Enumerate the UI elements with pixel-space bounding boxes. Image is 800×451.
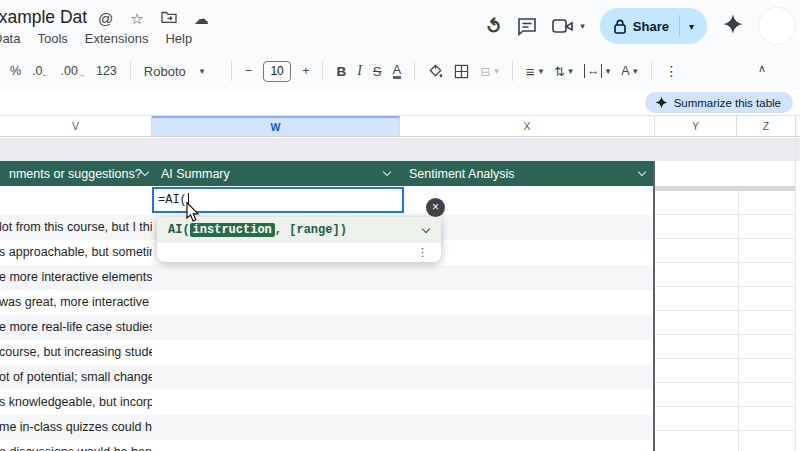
- horizontal-align-button[interactable]: ≡ ▾: [526, 63, 543, 80]
- menu-data[interactable]: Data: [0, 29, 20, 48]
- toolbar-divider: [322, 61, 323, 81]
- table-row[interactable]: e more real-life case studies inte: [0, 315, 152, 340]
- chevron-down-icon[interactable]: [422, 225, 430, 233]
- merge-cells-button[interactable]: ⊟ ▾: [480, 64, 499, 79]
- toolbar-divider: [130, 61, 131, 81]
- increase-decimal-button[interactable]: .00→: [61, 63, 85, 79]
- gemini-sparkle-icon[interactable]: [722, 13, 744, 39]
- more-options-icon[interactable]: ⋮: [417, 246, 428, 259]
- table-right-border: [653, 161, 655, 451]
- move-folder-icon[interactable]: [161, 10, 177, 28]
- toolbar-divider: [512, 61, 513, 81]
- at-mention-icon[interactable]: @: [98, 9, 113, 29]
- lock-icon: [614, 19, 626, 34]
- document-title[interactable]: Example Data: [0, 7, 88, 31]
- column-header-y[interactable]: Y: [655, 116, 737, 136]
- empty-cells-region[interactable]: [656, 191, 795, 451]
- video-dropdown-caret[interactable]: ▾: [580, 21, 585, 31]
- table-row[interactable]: s approachable, but sometimes: [0, 240, 152, 265]
- table-row[interactable]: was great, more interactive lectu: [0, 290, 152, 315]
- borders-icon[interactable]: [454, 64, 469, 79]
- sparkle-icon: [655, 96, 668, 109]
- column-header-w-selected[interactable]: W: [152, 116, 400, 136]
- table-header-row: nments or suggestions? AI Summary Sentim…: [0, 161, 655, 186]
- decrease-decimal-button[interactable]: .0←: [32, 63, 49, 79]
- gridline: [795, 137, 796, 451]
- table-row[interactable]: s knowledgeable, but incorporati: [0, 390, 152, 415]
- column-header-x[interactable]: X: [400, 116, 655, 136]
- share-dropdown-caret[interactable]: ▾: [680, 21, 703, 32]
- gridline: [738, 191, 739, 451]
- table-row[interactable]: e more interactive elements, like: [0, 265, 152, 290]
- menu-bar: Data Tools Extensions Help: [0, 29, 300, 49]
- vertical-align-button[interactable]: ⇅ ▾: [554, 64, 573, 79]
- version-history-icon[interactable]: ↺: [481, 12, 509, 40]
- share-label: Share: [633, 19, 669, 34]
- argument-token: instruction: [190, 223, 275, 237]
- cloud-status-icon: ☁: [194, 9, 209, 29]
- strikethrough-button[interactable]: S: [373, 64, 382, 79]
- header-cell-sentiment[interactable]: Sentiment Analysis: [400, 161, 655, 186]
- sheet-substrip: Summarize this table: [0, 90, 800, 115]
- app-bar: Example Data @ ☆ ☁ Data Tools Extensions…: [0, 0, 800, 52]
- text-wrap-button[interactable]: ↔ ▾: [584, 64, 611, 78]
- bold-button[interactable]: B: [336, 64, 346, 79]
- text-rotation-button[interactable]: A ▾: [621, 64, 637, 78]
- chevron-down-icon[interactable]: [383, 168, 391, 176]
- menu-tools[interactable]: Tools: [37, 29, 67, 48]
- toolbar-divider: [651, 61, 652, 81]
- font-family-select[interactable]: Roboto▾: [144, 64, 218, 79]
- summarize-table-button[interactable]: Summarize this table: [645, 92, 793, 113]
- chevron-down-icon[interactable]: [638, 168, 646, 176]
- header-cell-ai-summary[interactable]: AI Summary: [152, 161, 400, 186]
- formatting-toolbar: % .0← .00→ 123 Roboto▾ − 10 + B I S A ⊟: [0, 52, 800, 90]
- collapse-toolbar-icon[interactable]: ∧: [758, 62, 766, 75]
- column-headers: V W X Y Z: [0, 115, 800, 137]
- table-row[interactable]: course, but increasing student p: [0, 340, 152, 365]
- italic-button[interactable]: I: [357, 63, 362, 79]
- comment-icon[interactable]: [517, 17, 537, 36]
- table-row[interactable]: lot from this course, but I think: [0, 215, 152, 240]
- toolbar-divider: [231, 61, 232, 81]
- decrease-font-size-button[interactable]: −: [245, 64, 252, 78]
- menu-extensions[interactable]: Extensions: [85, 29, 149, 48]
- text-color-button[interactable]: A: [393, 64, 402, 79]
- table-row[interactable]: ot of potential; small changes to: [0, 365, 152, 390]
- table-row[interactable]: e discussions would be benefici: [0, 440, 152, 451]
- column-header-v[interactable]: V: [0, 116, 152, 136]
- menu-help[interactable]: Help: [165, 29, 192, 48]
- dismiss-button[interactable]: ×: [426, 198, 445, 217]
- account-avatar[interactable]: [759, 8, 795, 44]
- column-header-z[interactable]: Z: [737, 116, 796, 136]
- fill-color-icon[interactable]: [428, 64, 443, 79]
- spreadsheet-app: Example Data @ ☆ ☁ Data Tools Extensions…: [0, 0, 800, 451]
- frozen-row-band: [0, 138, 800, 161]
- star-icon[interactable]: ☆: [130, 9, 143, 29]
- share-button[interactable]: Share ▾: [600, 8, 707, 44]
- number-format-button[interactable]: 123: [96, 64, 117, 78]
- toolbar-divider: [414, 61, 415, 81]
- header-cell-suggestions[interactable]: nments or suggestions?: [0, 161, 152, 186]
- increase-font-size-button[interactable]: +: [302, 64, 309, 78]
- table-row[interactable]: me in-class quizzes could help i: [0, 415, 152, 440]
- more-options-icon[interactable]: ⋮: [665, 63, 679, 79]
- video-meet-icon[interactable]: ▾: [552, 18, 585, 34]
- percent-format-button[interactable]: %: [10, 64, 21, 78]
- autocomplete-more[interactable]: ⋮: [157, 243, 441, 262]
- font-size-input[interactable]: 10: [263, 61, 291, 82]
- mouse-cursor: [185, 202, 200, 227]
